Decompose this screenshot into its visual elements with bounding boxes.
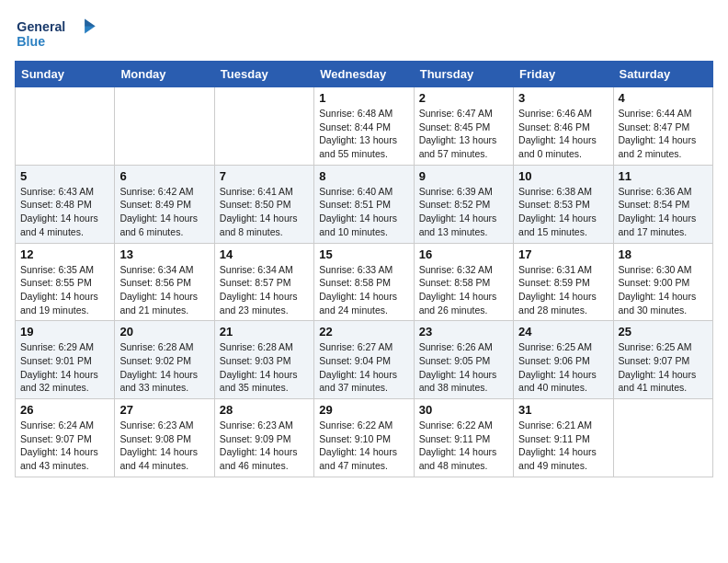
day-number: 4 (619, 91, 708, 105)
calendar-cell (214, 87, 313, 166)
calendar-cell: 28Sunrise: 6:23 AM Sunset: 9:09 PM Dayli… (214, 399, 313, 477)
day-info: Sunrise: 6:38 AM Sunset: 8:53 PM Dayligh… (518, 185, 608, 239)
calendar-cell: 26Sunrise: 6:24 AM Sunset: 9:07 PM Dayli… (16, 399, 115, 477)
week-row-2: 5Sunrise: 6:43 AM Sunset: 8:48 PM Daylig… (16, 165, 713, 243)
calendar-cell: 7Sunrise: 6:41 AM Sunset: 8:50 PM Daylig… (214, 165, 313, 243)
calendar-cell: 21Sunrise: 6:28 AM Sunset: 9:03 PM Dayli… (214, 321, 313, 399)
day-info: Sunrise: 6:26 AM Sunset: 9:05 PM Dayligh… (419, 340, 508, 395)
day-number: 12 (20, 247, 109, 261)
day-number: 27 (119, 403, 209, 417)
day-number: 18 (619, 247, 708, 261)
calendar-cell: 14Sunrise: 6:34 AM Sunset: 8:57 PM Dayli… (214, 243, 313, 321)
col-header-monday: Monday (115, 62, 214, 87)
col-header-tuesday: Tuesday (214, 62, 313, 87)
day-number: 17 (518, 247, 608, 261)
day-number: 10 (518, 169, 608, 183)
day-info: Sunrise: 6:28 AM Sunset: 9:02 PM Dayligh… (119, 340, 209, 395)
day-number: 2 (419, 91, 508, 105)
calendar-cell: 10Sunrise: 6:38 AM Sunset: 8:53 PM Dayli… (514, 165, 613, 243)
day-info: Sunrise: 6:34 AM Sunset: 8:56 PM Dayligh… (119, 263, 209, 317)
day-info: Sunrise: 6:36 AM Sunset: 8:54 PM Dayligh… (619, 185, 708, 239)
day-number: 23 (419, 325, 508, 339)
calendar-cell: 15Sunrise: 6:33 AM Sunset: 8:58 PM Dayli… (314, 243, 414, 321)
day-info: Sunrise: 6:25 AM Sunset: 9:06 PM Dayligh… (518, 340, 608, 395)
day-info: Sunrise: 6:31 AM Sunset: 8:59 PM Dayligh… (518, 263, 608, 317)
week-row-5: 26Sunrise: 6:24 AM Sunset: 9:07 PM Dayli… (16, 399, 713, 477)
calendar-cell: 2Sunrise: 6:47 AM Sunset: 8:45 PM Daylig… (414, 87, 513, 166)
day-number: 5 (20, 169, 109, 183)
day-info: Sunrise: 6:35 AM Sunset: 8:55 PM Dayligh… (20, 263, 109, 317)
day-info: Sunrise: 6:22 AM Sunset: 9:11 PM Dayligh… (419, 419, 508, 473)
day-number: 15 (319, 247, 408, 261)
calendar-cell: 16Sunrise: 6:32 AM Sunset: 8:58 PM Dayli… (414, 243, 513, 321)
day-info: Sunrise: 6:24 AM Sunset: 9:07 PM Dayligh… (20, 419, 109, 473)
day-number: 13 (119, 247, 209, 261)
day-number: 6 (119, 169, 209, 183)
calendar-cell: 29Sunrise: 6:22 AM Sunset: 9:10 PM Dayli… (314, 399, 414, 477)
day-number: 25 (619, 325, 708, 339)
week-row-4: 19Sunrise: 6:29 AM Sunset: 9:01 PM Dayli… (16, 321, 713, 399)
calendar-cell: 22Sunrise: 6:27 AM Sunset: 9:04 PM Dayli… (314, 321, 414, 399)
col-header-friday: Friday (514, 62, 613, 87)
day-info: Sunrise: 6:23 AM Sunset: 9:08 PM Dayligh… (119, 419, 209, 473)
svg-text:Blue: Blue (17, 34, 45, 49)
col-header-saturday: Saturday (613, 62, 712, 87)
col-header-thursday: Thursday (414, 62, 513, 87)
day-number: 7 (220, 169, 309, 183)
day-info: Sunrise: 6:34 AM Sunset: 8:57 PM Dayligh… (220, 263, 309, 317)
day-number: 19 (20, 325, 109, 339)
day-number: 28 (220, 403, 309, 417)
calendar-cell (613, 399, 712, 477)
svg-text:General: General (17, 19, 65, 34)
calendar-cell: 11Sunrise: 6:36 AM Sunset: 8:54 PM Dayli… (613, 165, 712, 243)
calendar-cell: 13Sunrise: 6:34 AM Sunset: 8:56 PM Dayli… (115, 243, 214, 321)
day-info: Sunrise: 6:33 AM Sunset: 8:58 PM Dayligh… (319, 263, 408, 317)
logo: General Blue (15, 15, 97, 52)
day-number: 22 (319, 325, 408, 339)
day-number: 21 (220, 325, 309, 339)
calendar-cell: 31Sunrise: 6:21 AM Sunset: 9:11 PM Dayli… (514, 399, 613, 477)
calendar-cell: 17Sunrise: 6:31 AM Sunset: 8:59 PM Dayli… (514, 243, 613, 321)
week-row-1: 1Sunrise: 6:48 AM Sunset: 8:44 PM Daylig… (16, 87, 713, 166)
calendar-cell: 30Sunrise: 6:22 AM Sunset: 9:11 PM Dayli… (414, 399, 513, 477)
calendar-cell: 6Sunrise: 6:42 AM Sunset: 8:49 PM Daylig… (115, 165, 214, 243)
calendar-cell: 25Sunrise: 6:25 AM Sunset: 9:07 PM Dayli… (613, 321, 712, 399)
svg-marker-3 (85, 18, 96, 26)
day-info: Sunrise: 6:41 AM Sunset: 8:50 PM Dayligh… (220, 185, 309, 239)
calendar-cell: 1Sunrise: 6:48 AM Sunset: 8:44 PM Daylig… (314, 87, 414, 166)
calendar-cell: 19Sunrise: 6:29 AM Sunset: 9:01 PM Dayli… (16, 321, 115, 399)
day-number: 14 (220, 247, 309, 261)
day-number: 24 (518, 325, 608, 339)
day-info: Sunrise: 6:25 AM Sunset: 9:07 PM Dayligh… (619, 340, 708, 395)
calendar-cell: 5Sunrise: 6:43 AM Sunset: 8:48 PM Daylig… (16, 165, 115, 243)
day-info: Sunrise: 6:42 AM Sunset: 8:49 PM Dayligh… (119, 185, 209, 239)
calendar-cell: 3Sunrise: 6:46 AM Sunset: 8:46 PM Daylig… (514, 87, 613, 166)
day-info: Sunrise: 6:30 AM Sunset: 9:00 PM Dayligh… (619, 263, 708, 317)
calendar-cell: 24Sunrise: 6:25 AM Sunset: 9:06 PM Dayli… (514, 321, 613, 399)
calendar-cell: 20Sunrise: 6:28 AM Sunset: 9:02 PM Dayli… (115, 321, 214, 399)
calendar-table: SundayMondayTuesdayWednesdayThursdayFrid… (15, 61, 713, 477)
page-header: General Blue (15, 15, 713, 52)
calendar-cell: 18Sunrise: 6:30 AM Sunset: 9:00 PM Dayli… (613, 243, 712, 321)
calendar-cell: 8Sunrise: 6:40 AM Sunset: 8:51 PM Daylig… (314, 165, 414, 243)
day-number: 8 (319, 169, 408, 183)
calendar-cell (115, 87, 214, 166)
day-info: Sunrise: 6:23 AM Sunset: 9:09 PM Dayligh… (220, 419, 309, 473)
calendar-cell: 9Sunrise: 6:39 AM Sunset: 8:52 PM Daylig… (414, 165, 513, 243)
calendar-cell (16, 87, 115, 166)
day-info: Sunrise: 6:29 AM Sunset: 9:01 PM Dayligh… (20, 340, 109, 395)
day-number: 29 (319, 403, 408, 417)
day-info: Sunrise: 6:39 AM Sunset: 8:52 PM Dayligh… (419, 185, 508, 239)
day-info: Sunrise: 6:28 AM Sunset: 9:03 PM Dayligh… (220, 340, 309, 395)
day-number: 9 (419, 169, 508, 183)
day-number: 30 (419, 403, 508, 417)
day-info: Sunrise: 6:22 AM Sunset: 9:10 PM Dayligh… (319, 419, 408, 473)
day-info: Sunrise: 6:47 AM Sunset: 8:45 PM Dayligh… (419, 107, 508, 161)
col-header-wednesday: Wednesday (314, 62, 414, 87)
day-info: Sunrise: 6:27 AM Sunset: 9:04 PM Dayligh… (319, 340, 408, 395)
day-number: 1 (319, 91, 408, 105)
day-info: Sunrise: 6:40 AM Sunset: 8:51 PM Dayligh… (319, 185, 408, 239)
col-header-sunday: Sunday (16, 62, 115, 87)
calendar-cell: 4Sunrise: 6:44 AM Sunset: 8:47 PM Daylig… (613, 87, 712, 166)
calendar-cell: 27Sunrise: 6:23 AM Sunset: 9:08 PM Dayli… (115, 399, 214, 477)
